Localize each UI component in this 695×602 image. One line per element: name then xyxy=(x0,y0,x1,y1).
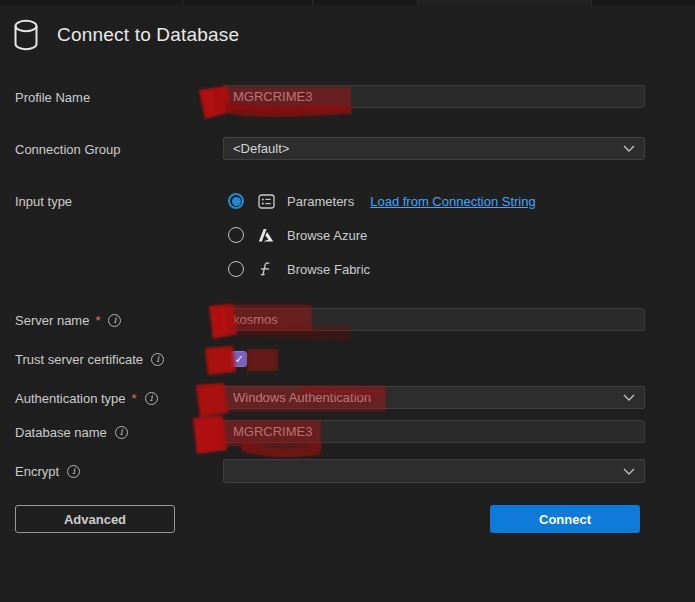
radio-option-browse-azure[interactable]: Browse Azure xyxy=(228,226,367,244)
advanced-button[interactable]: Advanced xyxy=(15,505,175,533)
tab-separator xyxy=(591,0,592,5)
chevron-down-icon xyxy=(623,141,635,156)
database-name-label: Database name i xyxy=(15,423,128,441)
radio-button-selected[interactable] xyxy=(228,193,244,209)
authentication-type-label: Authentication type * i xyxy=(15,389,158,407)
radio-button[interactable] xyxy=(228,261,244,277)
checkmark-icon: ✓ xyxy=(234,354,243,365)
server-name-label: Server name * i xyxy=(15,311,121,329)
active-tab[interactable] xyxy=(417,0,591,5)
trust-server-certificate-checkbox[interactable]: ✓ xyxy=(231,351,247,367)
required-marker: * xyxy=(132,391,137,406)
load-connection-string-link[interactable]: Load from Connection String xyxy=(370,194,535,209)
database-name-input[interactable] xyxy=(223,420,645,443)
trust-server-certificate-label: Trust server certificate i xyxy=(15,350,164,368)
connect-to-database-dialog: Connect to Database Profile Name Connect… xyxy=(0,0,695,602)
option-label: Browse Azure xyxy=(287,228,367,243)
info-icon[interactable]: i xyxy=(115,426,128,439)
tab-separator xyxy=(312,0,313,5)
connection-group-dropdown[interactable]: <Default> xyxy=(223,137,645,160)
page-title: Connect to Database xyxy=(57,24,239,46)
chevron-down-icon xyxy=(623,464,635,479)
profile-name-label: Profile Name xyxy=(15,88,90,106)
parameters-icon xyxy=(257,193,275,209)
encrypt-label: Encrypt i xyxy=(15,462,80,480)
server-name-input[interactable] xyxy=(223,308,645,331)
info-icon[interactable]: i xyxy=(145,392,158,405)
radio-button[interactable] xyxy=(228,227,244,243)
connection-group-label: Connection Group xyxy=(15,140,121,158)
radio-option-parameters[interactable]: Parameters Load from Connection String xyxy=(228,192,536,210)
tab-separator xyxy=(417,0,418,5)
option-label: Browse Fabric xyxy=(287,262,370,277)
input-type-label: Input type xyxy=(15,192,72,210)
info-icon[interactable]: i xyxy=(151,353,164,366)
fabric-icon xyxy=(257,261,275,277)
option-label: Parameters xyxy=(287,194,354,209)
chevron-down-icon xyxy=(623,390,635,405)
required-marker: * xyxy=(95,313,100,328)
connect-button[interactable]: Connect xyxy=(490,505,640,533)
database-icon xyxy=(13,19,39,55)
info-icon[interactable]: i xyxy=(108,314,121,327)
encrypt-dropdown[interactable] xyxy=(223,459,645,483)
radio-option-browse-fabric[interactable]: Browse Fabric xyxy=(228,260,370,278)
editor-tab-strip[interactable] xyxy=(0,0,695,5)
profile-name-input[interactable] xyxy=(223,85,645,108)
azure-icon xyxy=(257,227,275,243)
info-icon[interactable]: i xyxy=(67,465,80,478)
tab-separator xyxy=(182,0,183,5)
authentication-type-dropdown[interactable]: Windows Authentication xyxy=(223,386,645,409)
